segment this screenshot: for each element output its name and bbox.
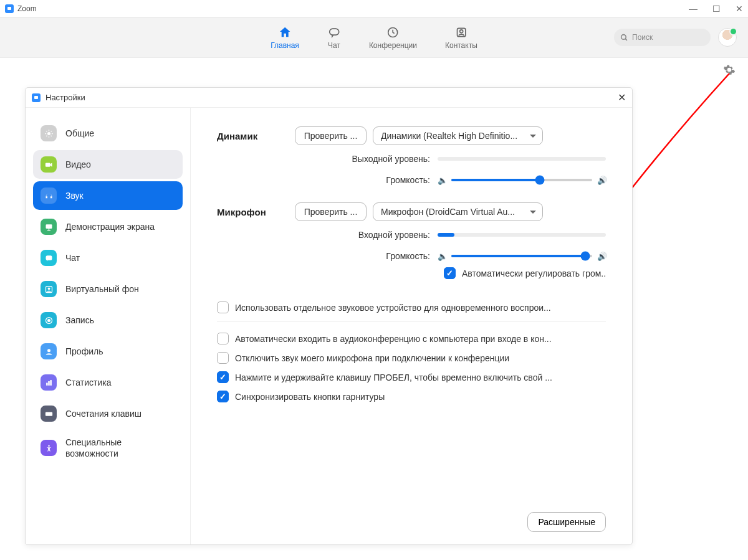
- speaker-volume-slider[interactable]: [451, 179, 592, 181]
- sidebar-item-label: Видео: [65, 159, 91, 169]
- dialog-header: Настройки ✕: [26, 88, 632, 108]
- settings-content: Динамик Проверить ... Динамики (Realtek …: [191, 108, 632, 544]
- svg-point-18: [46, 413, 47, 414]
- chat-icon: [327, 26, 341, 39]
- dialog-close-button[interactable]: ✕: [618, 92, 626, 103]
- mute-on-join-label: Отключить звук моего микрофона при подкл…: [235, 353, 509, 363]
- svg-rect-6: [45, 163, 50, 166]
- sidebar-item-label: Сочетания клавиш: [65, 409, 141, 419]
- search-input[interactable]: Поиск: [614, 29, 711, 46]
- volume-high-icon: 🔊: [597, 252, 606, 261]
- auto-adjust-label: Автоматически регулировать гром...: [462, 268, 606, 278]
- volume-low-icon: 🔈: [438, 176, 446, 185]
- svg-point-19: [48, 413, 49, 414]
- separate-device-row[interactable]: Использовать отдельное звуковое устройст…: [217, 301, 606, 313]
- test-speaker-button[interactable]: Проверить ...: [295, 126, 367, 145]
- sidebar-item-accessibility[interactable]: Специальные возможности: [33, 430, 183, 465]
- test-mic-button[interactable]: Проверить ...: [295, 202, 367, 221]
- nav-chat[interactable]: Чат: [327, 26, 341, 50]
- volume-low-icon: 🔈: [438, 252, 446, 261]
- sidebar-item-share[interactable]: Демонстрация экрана: [33, 212, 183, 241]
- sidebar-item-label: Чат: [65, 253, 80, 263]
- sidebar-item-virtual-bg[interactable]: Виртуальный фон: [33, 275, 183, 303]
- sidebar-item-profile[interactable]: Профиль: [33, 337, 183, 366]
- sidebar-item-chat[interactable]: Чат: [33, 244, 183, 272]
- mic-volume-label: Громкость:: [386, 251, 430, 261]
- svg-rect-8: [46, 255, 52, 260]
- input-level-label: Входной уровень:: [358, 230, 430, 240]
- auto-join-audio-row[interactable]: Автоматически входить в аудиоконференцию…: [217, 333, 606, 344]
- mic-label: Микрофон: [217, 207, 295, 217]
- divider: [217, 321, 606, 321]
- svg-rect-16: [50, 380, 52, 386]
- svg-point-4: [621, 34, 626, 39]
- sidebar-item-general[interactable]: Общие: [33, 119, 183, 148]
- svg-rect-0: [329, 29, 338, 35]
- user-avatar[interactable]: [718, 28, 737, 47]
- sidebar-item-stats[interactable]: Статистика: [33, 368, 183, 397]
- sidebar-item-shortcuts[interactable]: Сочетания клавиш: [33, 399, 183, 428]
- advanced-button[interactable]: Расширенные: [527, 512, 606, 532]
- nav-chat-label: Чат: [328, 41, 340, 50]
- svg-rect-14: [46, 382, 48, 385]
- mic-volume-slider[interactable]: [451, 255, 592, 257]
- nav-home[interactable]: Главная: [271, 26, 299, 50]
- mic-device-dropdown[interactable]: Микрофон (DroidCam Virtual Au...: [373, 202, 543, 221]
- svg-rect-21: [47, 414, 50, 415]
- mute-on-join-row[interactable]: Отключить звук моего микрофона при подкл…: [217, 352, 606, 364]
- zoom-icon: [5, 4, 14, 13]
- sidebar-item-label: Специальные возможности: [65, 437, 175, 459]
- sidebar-item-audio[interactable]: Звук: [33, 181, 183, 210]
- separate-device-label: Использовать отдельное звуковое устройст…: [235, 303, 551, 313]
- nav-meetings-label: Конференции: [369, 41, 417, 50]
- auto-join-audio-label: Автоматически входить в аудиоконференцию…: [235, 334, 552, 344]
- minimize-button[interactable]: —: [689, 4, 698, 14]
- volume-high-icon: 🔊: [597, 176, 606, 185]
- svg-rect-15: [48, 381, 50, 386]
- close-window-button[interactable]: ✕: [736, 4, 743, 14]
- sync-headset-label: Синхронизировать кнопки гарнитуры: [235, 392, 385, 402]
- sync-headset-row[interactable]: Синхронизировать кнопки гарнитуры: [217, 391, 606, 402]
- speaker-label: Динамик: [217, 131, 295, 141]
- home-icon: [278, 26, 292, 39]
- auto-adjust-checkbox[interactable]: [444, 267, 456, 279]
- mic-device-value: Микрофон (DroidCam Virtual Au...: [381, 207, 515, 217]
- svg-point-12: [47, 319, 50, 322]
- nav-meetings[interactable]: Конференции: [369, 26, 417, 50]
- maximize-button[interactable]: ☐: [712, 4, 721, 14]
- sidebar-item-video[interactable]: Видео: [33, 150, 183, 179]
- svg-point-10: [47, 287, 50, 290]
- sidebar-item-record[interactable]: Запись: [33, 306, 183, 335]
- push-to-talk-row[interactable]: Нажмите и удерживайте клавишу ПРОБЕЛ, чт…: [217, 371, 606, 383]
- output-level-label: Выходной уровень:: [352, 154, 430, 164]
- sidebar-item-label: Профиль: [65, 346, 103, 356]
- speaker-device-dropdown[interactable]: Динамики (Realtek High Definitio...: [373, 126, 543, 145]
- auto-adjust-row[interactable]: Автоматически регулировать гром...: [444, 267, 606, 279]
- mute-on-join-checkbox[interactable]: [217, 352, 229, 364]
- input-level-meter: [438, 233, 606, 237]
- svg-point-13: [47, 349, 50, 352]
- zoom-icon: [32, 93, 41, 102]
- window-title: Zoom: [17, 4, 37, 13]
- nav-contacts-label: Контакты: [445, 41, 477, 50]
- svg-point-5: [47, 132, 50, 135]
- nav-contacts[interactable]: Контакты: [445, 26, 477, 50]
- search-icon: [620, 34, 628, 42]
- settings-dialog: Настройки ✕ Общие Видео Звук Демонстраци…: [25, 87, 633, 545]
- push-to-talk-label: Нажмите и удерживайте клавишу ПРОБЕЛ, чт…: [235, 373, 552, 382]
- gear-icon: [723, 64, 736, 76]
- clock-icon: [386, 26, 400, 39]
- nav-home-label: Главная: [271, 41, 299, 50]
- sync-headset-checkbox[interactable]: [217, 391, 229, 402]
- settings-sidebar: Общие Видео Звук Демонстрация экрана Чат…: [26, 108, 191, 544]
- push-to-talk-checkbox[interactable]: [217, 371, 229, 383]
- auto-join-audio-checkbox[interactable]: [217, 333, 229, 344]
- svg-point-22: [48, 445, 50, 447]
- output-level-meter: [438, 157, 606, 161]
- main-toolbar: Главная Чат Конференции Контакты Поиск: [0, 17, 748, 58]
- svg-point-20: [49, 413, 50, 414]
- separate-device-checkbox[interactable]: [217, 301, 229, 313]
- speaker-volume-label: Громкость:: [386, 175, 430, 185]
- settings-gear-button[interactable]: [723, 64, 736, 78]
- sidebar-item-label: Общие: [65, 128, 94, 138]
